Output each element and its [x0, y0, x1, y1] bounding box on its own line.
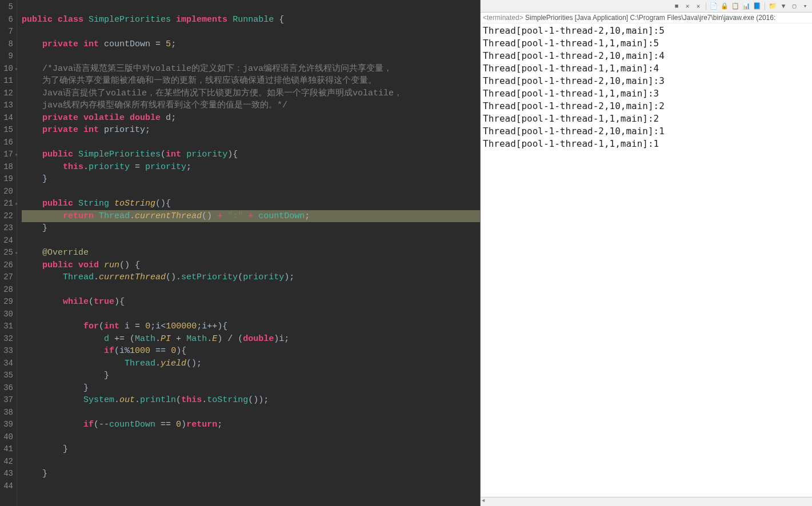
line-number: 6 [0, 14, 13, 26]
code-line[interactable]: } [22, 173, 480, 186]
code-line[interactable]: } [22, 370, 480, 382]
code-line[interactable]: if(i%1000 == 0){ [22, 345, 480, 358]
code-line[interactable] [22, 407, 480, 419]
toolbar-separator [706, 2, 706, 10]
code-line[interactable] [22, 186, 480, 198]
code-line[interactable] [22, 50, 480, 63]
toolbar-icon[interactable]: ■ [672, 2, 681, 11]
code-line[interactable] [22, 136, 480, 149]
line-number: 41 [0, 443, 13, 456]
code-line[interactable]: private int priority; [22, 124, 480, 136]
console-header: <terminated> SimplePriorities [Java Appl… [481, 13, 812, 23]
console-toolbar: ■✕✕📄🔒📋📊📘📁▼▢▾ [481, 0, 812, 13]
line-number: 42 [0, 456, 13, 468]
code-line[interactable] [22, 480, 480, 493]
console-panel: ■✕✕📄🔒📋📊📘📁▼▢▾ <terminated> SimplePrioriti… [480, 0, 812, 506]
code-line[interactable]: Java语言提供了volatile，在某些情况下比锁更加方便。如果一个字段被声明… [22, 87, 480, 100]
toolbar-icon[interactable]: 📋 [731, 2, 740, 11]
line-number: 18 [0, 161, 13, 174]
toolbar-icon[interactable]: 📁 [768, 2, 777, 11]
code-line[interactable]: /*Java语言规范第三版中对volatile的定义如下：java编程语言允许线… [22, 63, 480, 75]
terminated-label: <terminated> [483, 14, 523, 22]
console-output[interactable]: Thread[pool-1-thread-2,10,main]:5 Thread… [481, 23, 812, 497]
code-line[interactable] [22, 284, 480, 296]
line-number: 36 [0, 382, 13, 395]
toolbar-icon[interactable]: ✕ [683, 2, 692, 11]
line-number: 19 [0, 173, 13, 186]
line-number: 25 [0, 247, 13, 259]
code-line[interactable]: private volatile double d; [22, 112, 480, 125]
line-number: 9 [0, 50, 13, 63]
code-line[interactable] [22, 308, 480, 321]
line-number: 28 [0, 284, 13, 296]
code-line[interactable]: Thread.yield(); [22, 358, 480, 370]
line-number: 5 [0, 1, 13, 14]
code-line[interactable] [22, 431, 480, 444]
code-line[interactable]: } [22, 222, 480, 235]
code-line[interactable]: } [22, 382, 480, 395]
code-line[interactable]: while(true){ [22, 296, 480, 308]
line-number: 24 [0, 235, 13, 247]
code-line[interactable]: for(int i = 0;i<100000;i++){ [22, 320, 480, 333]
toolbar-icon[interactable]: ▢ [790, 2, 799, 11]
code-line[interactable]: private int countDown = 5; [22, 38, 480, 51]
toolbar-icon[interactable]: ▼ [779, 2, 788, 11]
line-number: 11 [0, 75, 13, 87]
line-number-gutter: 5678910111213141516171819202122232425262… [0, 0, 17, 506]
code-line[interactable]: System.out.println(this.toString()); [22, 394, 480, 407]
toolbar-icon[interactable]: ✕ [694, 2, 703, 11]
line-number: 43 [0, 468, 13, 480]
line-number: 40 [0, 431, 13, 444]
line-number: 16 [0, 136, 13, 149]
code-line[interactable]: return Thread.currentThread() + ":" + co… [22, 210, 480, 223]
line-number: 44 [0, 480, 13, 493]
line-number: 22 [0, 210, 13, 223]
toolbar-separator [765, 2, 765, 10]
code-line[interactable]: public void run() { [22, 259, 480, 272]
toolbar-icon[interactable]: 📄 [709, 2, 718, 11]
code-line[interactable]: if(--countDown == 0)return; [22, 419, 480, 431]
line-number: 34 [0, 358, 13, 370]
code-line[interactable]: @Override [22, 247, 480, 259]
code-line[interactable]: } [22, 468, 480, 480]
code-line[interactable] [22, 26, 480, 38]
toolbar-icon[interactable]: 🔒 [720, 2, 729, 11]
line-number: 14 [0, 112, 13, 125]
line-number: 7 [0, 26, 13, 38]
code-line[interactable]: 为了确保共享变量能被准确和一致的更新，线程应该确保通过排他锁单独获得这个变量。 [22, 75, 480, 87]
code-line[interactable]: public SimplePriorities(int priority){ [22, 148, 480, 161]
toolbar-icon[interactable]: 📘 [753, 2, 762, 11]
console-header-text: SimplePriorities [Java Application] C:\P… [523, 14, 776, 22]
line-number: 10 [0, 63, 13, 75]
code-line[interactable]: java线程内存模型确保所有线程看到这个变量的值是一致的。*/ [22, 99, 480, 112]
line-number: 15 [0, 124, 13, 136]
line-number: 30 [0, 308, 13, 321]
line-number: 27 [0, 271, 13, 284]
code-line[interactable]: d += (Math.PI + Math.E) / (double)i; [22, 333, 480, 346]
code-area[interactable]: public class SimplePriorities implements… [17, 0, 480, 506]
line-number: 39 [0, 419, 13, 431]
line-number: 17 [0, 148, 13, 161]
code-line[interactable]: Thread.currentThread().setPriority(prior… [22, 271, 480, 284]
toolbar-icon[interactable]: 📊 [742, 2, 751, 11]
line-number: 20 [0, 186, 13, 198]
code-line[interactable]: public class SimplePriorities implements… [22, 14, 480, 26]
code-line[interactable]: } [22, 443, 480, 456]
line-number: 33 [0, 345, 13, 358]
line-number: 12 [0, 87, 13, 100]
code-line[interactable] [22, 235, 480, 247]
line-number: 38 [0, 407, 13, 419]
line-number: 26 [0, 259, 13, 272]
code-line[interactable]: this.priority = priority; [22, 161, 480, 174]
line-number: 8 [0, 38, 13, 51]
code-line[interactable]: public String toString(){ [22, 198, 480, 210]
line-number: 29 [0, 296, 13, 308]
code-line[interactable] [22, 456, 480, 468]
toolbar-icon[interactable]: ▾ [801, 2, 810, 11]
code-line[interactable] [22, 1, 480, 14]
editor-panel: 5678910111213141516171819202122232425262… [0, 0, 480, 506]
line-number: 37 [0, 394, 13, 407]
line-number: 35 [0, 370, 13, 382]
console-scrollbar[interactable] [481, 497, 812, 506]
line-number: 31 [0, 320, 13, 333]
